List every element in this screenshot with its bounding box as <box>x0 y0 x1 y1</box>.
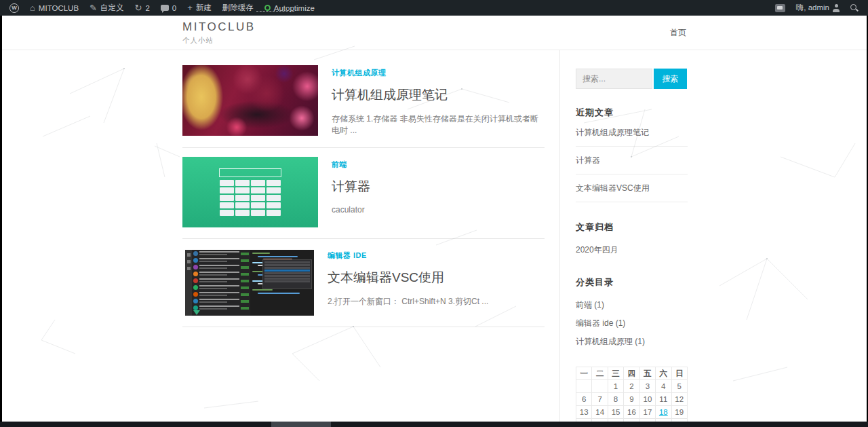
calendar-body: 1234567891011121314151617181920212223242… <box>576 380 688 422</box>
page: MITOCLUB 个人小站 首页 计算机组成原理 计算机组成原理笔记 存储系统 … <box>2 16 867 422</box>
site-tagline: 个人小站 <box>182 36 256 45</box>
autoptimize-status-icon <box>264 5 271 11</box>
admin-bar-delete-cache[interactable]: 删除缓存 <box>217 0 259 16</box>
calendar-day: 16 <box>624 406 639 419</box>
calendar-empty-cell <box>592 380 608 393</box>
site-header: MITOCLUB 个人小站 首页 <box>2 16 867 50</box>
site-title[interactable]: MITOCLUB <box>182 20 256 34</box>
post-body: 编辑器 IDE 文本编辑器VSC使用 2.打开一个新窗口： Ctrl+Shift… <box>328 248 488 316</box>
admin-bar-updates[interactable]: ↻2 <box>129 0 155 16</box>
bottom-bar-segment <box>271 422 331 427</box>
recent-post-link[interactable]: 计算机组成原理笔记 <box>576 119 688 147</box>
sidebar: 搜索 近期文章 计算机组成原理笔记 计算器 文本编辑器VSC使用 文章归档 20… <box>559 50 708 422</box>
post-item-1: 计算机组成原理 计算机组成原理笔记 存储系统 1.存储器 非易失性存储器是在关闭… <box>182 65 545 136</box>
search-icon <box>850 4 859 12</box>
calendar-day: 15 <box>608 406 623 419</box>
updates-icon: ↻ <box>134 3 142 12</box>
post-title-link[interactable]: 计算机组成原理笔记 <box>332 86 545 104</box>
wordpress-logo-icon: W <box>9 3 19 13</box>
recent-posts-heading: 近期文章 <box>576 107 688 119</box>
vscode-activity-bar <box>185 250 192 316</box>
vscode-code-panel <box>250 250 314 316</box>
admin-bar-search[interactable] <box>845 4 864 12</box>
post-title-link[interactable]: 文本编辑器VSC使用 <box>328 269 488 286</box>
calendar-weekday: 四 <box>624 367 639 380</box>
calendar-day: 3 <box>639 380 655 393</box>
post-separator <box>182 147 545 148</box>
post-item-3: 编辑器 IDE 文本编辑器VSC使用 2.打开一个新窗口： Ctrl+Shift… <box>182 248 545 316</box>
calendar-day: 17 <box>639 406 655 419</box>
calendar-day: 14 <box>592 406 608 419</box>
post-excerpt: 2.打开一个新窗口： Ctrl+Shift+N 3.剪切Ct ... <box>328 296 488 308</box>
post-item-2: 前端 计算器 caculator <box>182 157 545 227</box>
calendar-empty-cell <box>576 380 592 393</box>
archive-link[interactable]: 2020年四月 <box>576 244 688 256</box>
admin-bar-dashed-artifact <box>256 11 294 12</box>
archives-heading: 文章归档 <box>576 221 688 234</box>
calendar-day: 19 <box>671 406 687 419</box>
pencil-icon: ✎ <box>90 3 97 12</box>
wp-admin-bar: W ⌂MITOCLUB ✎自定义 ↻2 0 +新建 删除缓存 Autoptimi… <box>0 0 868 16</box>
admin-bar-my-account[interactable]: 嗨, admin <box>791 3 845 13</box>
admin-bar-comments[interactable]: 0 <box>155 0 182 16</box>
post-thumbnail-vscode[interactable] <box>185 250 314 316</box>
calendar-weekday: 五 <box>639 367 655 380</box>
calendar-day: 8 <box>608 393 623 406</box>
recent-posts-widget: 近期文章 计算机组成原理笔记 计算器 文本编辑器VSC使用 <box>576 107 688 202</box>
calendar-weekday: 日 <box>671 367 687 380</box>
post-category-link[interactable]: 计算机组成原理 <box>332 68 545 78</box>
post-thumbnail-anime[interactable] <box>182 65 318 136</box>
search-input[interactable] <box>576 69 652 89</box>
calendar-day: 13 <box>576 406 592 419</box>
calendar-weekday-row: 一二三四五六日 <box>576 367 688 380</box>
calendar-day: 6 <box>576 393 592 406</box>
post-separator <box>182 238 545 239</box>
comment-badge-icon <box>775 4 785 12</box>
calendar-day: 9 <box>624 393 639 406</box>
recent-post-link[interactable]: 计算器 <box>576 147 688 174</box>
wp-logo-menu[interactable]: W <box>4 0 24 16</box>
calendar-weekday: 一 <box>576 367 592 380</box>
calendar-day: 12 <box>671 393 687 406</box>
calendar-day: 18 <box>656 406 671 419</box>
admin-bar-notice[interactable] <box>770 4 791 12</box>
user-avatar-icon <box>833 4 840 12</box>
post-category-link[interactable]: 前端 <box>332 160 370 170</box>
calendar-day: 11 <box>656 393 671 406</box>
plus-icon: + <box>187 3 193 12</box>
calendar-day: 4 <box>656 380 671 393</box>
search-widget: 搜索 <box>576 69 688 89</box>
post-title-link[interactable]: 计算器 <box>332 178 370 196</box>
categories-list: 前端 (1) 编辑器 ide (1) 计算机组成原理 (1) <box>576 299 688 354</box>
vscode-logo-icon <box>193 310 200 315</box>
calendar-day: 10 <box>639 393 655 406</box>
post-excerpt: 存储系统 1.存储器 非易失性存储器是在关闭计算机或者断电时 ... <box>332 113 545 136</box>
calendar-day-link[interactable]: 18 <box>659 408 668 416</box>
calendar-day: 7 <box>592 393 608 406</box>
category-link[interactable]: 前端 (1) <box>576 299 633 311</box>
nav-item-home[interactable]: 首页 <box>670 27 686 39</box>
post-category-link[interactable]: 编辑器 IDE <box>328 250 488 261</box>
recent-post-link[interactable]: 文本编辑器VSC使用 <box>576 174 688 202</box>
admin-bar-new[interactable]: +新建 <box>182 0 217 16</box>
post-body: 计算机组成原理 计算机组成原理笔记 存储系统 1.存储器 非易失性存储器是在关闭… <box>332 65 545 136</box>
admin-bar-autoptimize[interactable]: Autoptimize <box>259 0 320 16</box>
calculator-keys <box>220 180 281 216</box>
category-link[interactable]: 编辑器 ide (1) <box>576 318 633 329</box>
post-thumbnail-calculator[interactable] <box>182 157 318 227</box>
bottom-bar <box>0 422 868 427</box>
calendar-day: 2 <box>624 380 639 393</box>
home-icon: ⌂ <box>30 3 35 12</box>
search-button[interactable]: 搜索 <box>654 69 687 89</box>
category-link[interactable]: 计算机组成原理 (1) <box>576 336 688 348</box>
main-area: 计算机组成原理 计算机组成原理笔记 存储系统 1.存储器 非易失性存储器是在关闭… <box>2 50 867 422</box>
calendar-weekday: 六 <box>656 367 671 380</box>
categories-heading: 分类目录 <box>576 276 688 289</box>
calendar-table: 一二三四五六日 12345678910111213141516171819202… <box>576 367 688 422</box>
admin-bar-site-name[interactable]: ⌂MITOCLUB <box>24 0 84 16</box>
comments-bubble-icon <box>161 5 169 11</box>
calendar-weekday: 二 <box>592 367 608 380</box>
admin-bar-customize[interactable]: ✎自定义 <box>84 0 129 16</box>
calendar-day: 5 <box>671 380 687 393</box>
post-excerpt: caculator <box>332 205 370 215</box>
